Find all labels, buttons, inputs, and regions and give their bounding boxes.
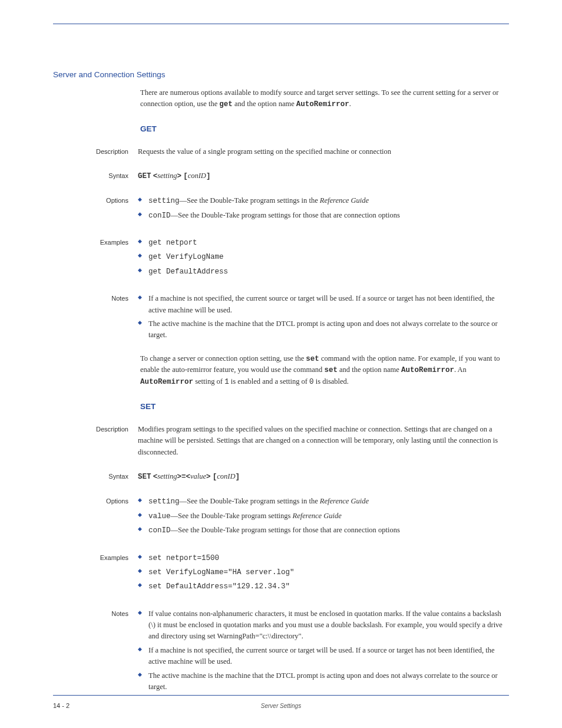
intro-text-d: . [349, 100, 351, 108]
set-ex2-text: set VerifyLogName="HA server.log" [148, 568, 295, 577]
intro-text-c: and the option name [233, 100, 296, 108]
get-ex-3: get DefaultAddress [138, 266, 509, 278]
set-intro-para: To change a server or connection option … [140, 353, 509, 388]
set-intro-e: setting of [193, 377, 224, 386]
set-syn-setting: setting [157, 472, 177, 480]
get-ex-2: get VerifyLogName [138, 251, 509, 263]
set-opt2-ref: Reference Guide [293, 512, 342, 520]
get-ex3-text: get DefaultAddress [148, 268, 228, 276]
get-syn-conid: conID [188, 172, 206, 180]
get-opt1-text: —See the Double-Take program settings in… [180, 196, 320, 205]
get-opt1-name: setting [148, 197, 180, 205]
intro-cmd-get: GET [219, 100, 233, 108]
footer-title: Server Settings [261, 703, 301, 709]
get-syn-setting: setting [157, 172, 177, 180]
set-ex-3: set DefaultAddress="129.12.34.3" [138, 581, 509, 592]
set-cmd-head: SET [140, 402, 509, 411]
set-opt-3: conID—See the Double-Take program settin… [138, 525, 509, 536]
get-syn-gt: > [177, 172, 182, 180]
set-opt2-name: value [148, 512, 171, 521]
get-ex2-text: get VerifyLogName [148, 253, 224, 261]
set-syn-eq: >=< [177, 473, 191, 481]
set-intro-cmd: set [306, 355, 319, 363]
set-intro-c: and the option name [338, 365, 401, 374]
set-intro-auto2: AutoRemirror [140, 378, 193, 386]
set-ex3-text: set DefaultAddress="129.12.34.3" [148, 582, 290, 591]
set-desc: Modifies program settings to the specifi… [138, 424, 509, 458]
bottom-rule [53, 695, 509, 696]
set-intro-f: is enabled and a setting of [229, 377, 309, 386]
set-syntax-line: SET <setting>=<value> [conID] [138, 471, 509, 483]
set-syn-rb: ] [236, 473, 240, 481]
set-notes-label: Notes [53, 610, 138, 617]
set-ex1-text: set netport=1500 [148, 554, 219, 562]
get-opt1-ref: Reference Guide [320, 196, 369, 205]
get-syn-lb: [ [183, 172, 188, 180]
get-ex-1: get netport [138, 237, 509, 249]
set-intro-v0: 0 [309, 378, 314, 386]
set-syn-cmd: SET [138, 473, 151, 481]
set-intro-cmd2: set [324, 366, 338, 374]
get-opt-2: conID—See the Double-Take program settin… [138, 210, 509, 222]
get-ex-label: Examples [53, 239, 138, 246]
get-desc-label: Description [53, 148, 138, 155]
set-opt1-name: setting [148, 498, 180, 506]
set-syn-value: value [190, 472, 206, 480]
get-note-1: If a machine is not specified, the curre… [138, 293, 509, 316]
set-ex-label: Examples [53, 554, 138, 561]
set-desc-label: Description [53, 426, 138, 433]
top-rule [53, 24, 509, 24]
get-opt-label: Options [53, 197, 138, 204]
set-ex-2: set VerifyLogName="HA server.log" [138, 566, 509, 578]
set-opt3-text: —See the Double-Take program settings fo… [171, 526, 400, 534]
set-intro-auto1: AutoRemirror [401, 366, 454, 374]
set-syn-gt: > [206, 473, 211, 481]
set-opt-2: value—See the Double-Take program settin… [138, 510, 509, 522]
set-opt3-name: conID [148, 526, 171, 535]
set-opt-1: setting—See the Double-Take program sett… [138, 496, 509, 508]
intro-opt-auto: AutoRemirror [296, 100, 349, 108]
set-opt1-ref: Reference Guide [320, 497, 369, 505]
get-opt2-text: —See the Double-Take program settings fo… [171, 211, 400, 219]
set-note-3: The active machine is the machine that t… [138, 670, 509, 693]
set-intro-a: To change a server or connection option … [140, 354, 306, 363]
get-ex1-text: get netport [148, 239, 197, 247]
set-note-1: If value contains non-alphanumeric chara… [138, 608, 509, 643]
get-syntax-label: Syntax [53, 172, 138, 179]
set-intro-d: . An [454, 365, 467, 374]
set-syntax-label: Syntax [53, 473, 138, 480]
set-note-2: If a machine is not specified, the curre… [138, 645, 509, 668]
get-opt-1: setting—See the Double-Take program sett… [138, 195, 509, 207]
get-syntax-line: GET <setting> [conID] [138, 170, 509, 182]
intro-para-1: There are numerous options available to … [140, 87, 509, 110]
set-opt2-text: —See the Double-Take program settings [171, 512, 293, 520]
set-opt-label: Options [53, 498, 138, 505]
get-cmd-head: GET [140, 124, 509, 133]
set-syn-conid: conID [217, 472, 235, 480]
get-syn-cmd: GET [138, 172, 151, 180]
set-intro-g: is disabled. [314, 377, 349, 386]
get-notes-label: Notes [53, 295, 138, 302]
get-syn-rb: ] [206, 172, 211, 180]
get-opt2-name: conID [148, 212, 171, 220]
page-number: 14 - 2 [53, 702, 70, 709]
set-intro-v1: 1 [224, 378, 229, 386]
section-heading: Server and Connection Settings [53, 70, 166, 79]
set-ex-1: set netport=1500 [138, 552, 509, 564]
get-desc: Requests the value of a single program s… [138, 146, 509, 157]
set-opt1-text: —See the Double-Take program settings in… [180, 497, 320, 505]
get-note-2: The active machine is the machine that t… [138, 318, 509, 341]
